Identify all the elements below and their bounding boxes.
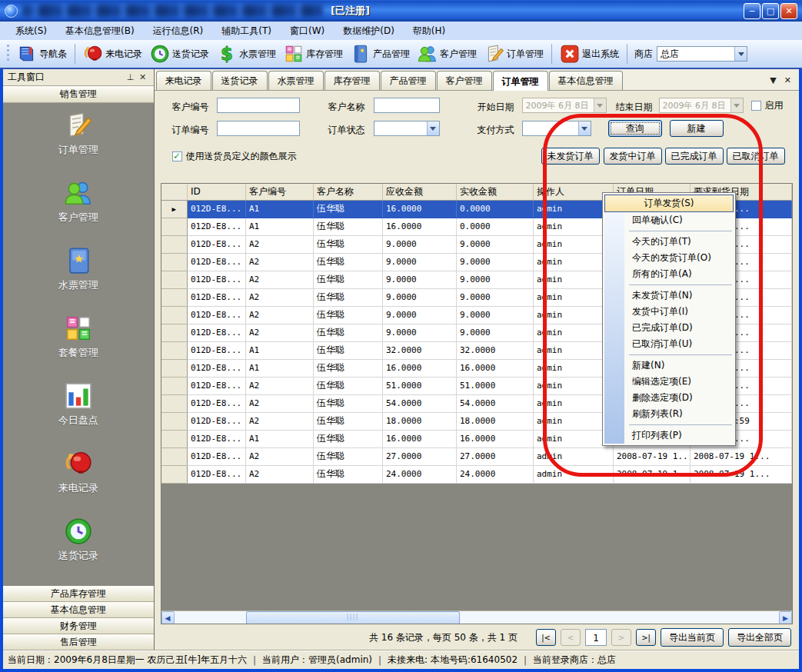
shop-select[interactable]: 总店 <box>657 46 747 62</box>
menu-item[interactable]: 系统(S) <box>6 22 56 40</box>
sidebar-section-产品库存管理[interactable]: 产品库存管理 <box>3 586 154 602</box>
column-header[interactable]: 应收金额 <box>383 184 457 200</box>
close-button[interactable]: ✕ <box>780 3 797 19</box>
next-page-button[interactable]: > <box>611 629 631 646</box>
toolbar-grip[interactable] <box>7 45 9 63</box>
row-selector[interactable] <box>161 430 188 447</box>
context-menu-item[interactable]: 编辑选定项(E) <box>604 374 734 390</box>
row-selector[interactable] <box>161 412 188 430</box>
query-button[interactable]: 查询 <box>608 120 662 137</box>
export-all-pages-button[interactable]: 导出全部页 <box>728 628 791 647</box>
toolbar-button-grid[interactable]: 库存管理 <box>280 42 347 66</box>
row-selector[interactable] <box>161 235 188 253</box>
tab-close-icon[interactable]: ✕ <box>784 75 791 85</box>
context-menu-item[interactable]: 刷新列表(R) <box>604 406 734 422</box>
tab-来电记录[interactable]: 来电记录 <box>156 71 211 90</box>
status-filter-button-2[interactable]: 已完成订单 <box>665 148 724 165</box>
menu-item[interactable]: 基本信息管理(B) <box>56 22 144 40</box>
page-number-input[interactable]: 1 <box>585 629 607 646</box>
column-header[interactable]: 客户名称 <box>314 184 383 200</box>
enable-checkbox-box[interactable] <box>751 101 761 111</box>
sidebar-item-scroll[interactable]: 订单管理 <box>3 111 154 178</box>
first-page-button[interactable]: |< <box>536 629 556 646</box>
customer-no-input[interactable] <box>217 98 300 113</box>
color-display-checkbox-box[interactable]: ✓ <box>172 151 182 161</box>
tab-客户管理[interactable]: 客户管理 <box>437 71 492 90</box>
sidebar-item-bell[interactable]: 来电记录 <box>3 449 154 517</box>
payment-arrow-icon[interactable] <box>578 121 591 135</box>
context-menu-item[interactable]: 打印列表(P) <box>604 427 734 444</box>
customer-name-input[interactable] <box>374 98 440 113</box>
maximize-button[interactable]: □ <box>762 3 779 19</box>
menu-item[interactable]: 帮助(H) <box>404 22 454 40</box>
row-selector[interactable] <box>161 324 188 341</box>
shop-arrow-icon[interactable] <box>734 47 747 61</box>
menu-item[interactable]: 数据维护(D) <box>334 22 404 40</box>
toolbar-button-dollar[interactable]: $水票管理 <box>213 42 280 66</box>
toolbar-button-scroll[interactable]: 订单管理 <box>481 42 547 66</box>
context-menu-item[interactable]: 回单确认(C) <box>604 212 734 228</box>
tab-订单管理[interactable]: 订单管理 <box>493 71 548 91</box>
status-filter-button-3[interactable]: 已取消订单 <box>727 148 785 165</box>
row-selector[interactable] <box>161 306 188 324</box>
status-filter-button-0[interactable]: 未发货订单 <box>541 148 600 165</box>
sidebar-item-grid[interactable]: 套餐管理 <box>3 314 154 381</box>
column-header[interactable]: 实收金额 <box>457 184 534 200</box>
tab-产品管理[interactable]: 产品管理 <box>381 71 436 90</box>
prev-page-button[interactable]: < <box>561 629 581 646</box>
context-menu-item[interactable]: 今天的订单(T) <box>604 234 734 250</box>
scrollbar-thumb[interactable] <box>246 611 460 624</box>
sidebar-item-people[interactable]: 客户管理 <box>3 178 154 246</box>
sidebar-section-sales[interactable]: 销售管理 <box>3 86 154 103</box>
row-selector[interactable] <box>161 218 188 235</box>
start-date-picker[interactable]: 2009年 6月 8日 <box>522 98 607 113</box>
row-selector[interactable] <box>161 447 188 465</box>
color-display-checkbox[interactable]: ✓ 使用送货员定义的颜色展示 <box>172 150 297 163</box>
sidebar-section-售后管理[interactable]: 售后管理 <box>3 634 154 650</box>
row-selector[interactable] <box>161 377 188 394</box>
context-menu-item[interactable]: 新建(N) <box>604 358 734 374</box>
order-no-input[interactable] <box>217 121 300 136</box>
export-current-page-button[interactable]: 导出当前页 <box>661 628 724 647</box>
new-button[interactable]: 新建 <box>670 120 724 137</box>
row-selector[interactable] <box>161 465 188 483</box>
order-status-arrow-icon[interactable] <box>427 121 439 135</box>
sidebar-section-财务管理[interactable]: 财务管理 <box>3 618 154 634</box>
scroll-left-icon[interactable]: ◀ <box>161 611 175 624</box>
context-menu-item[interactable]: 未发货订单(N) <box>604 288 734 304</box>
context-menu-item[interactable]: 删除选定项(D) <box>604 390 734 406</box>
context-menu-item[interactable]: 今天的发货订单(O) <box>604 250 734 266</box>
row-selector[interactable] <box>161 271 188 288</box>
horizontal-scrollbar[interactable]: ◀ ▶ <box>161 610 793 624</box>
toolbar-button-clock[interactable]: 送货记录 <box>146 42 213 66</box>
tab-库存管理[interactable]: 库存管理 <box>324 71 380 90</box>
status-filter-button-1[interactable]: 发货中订单 <box>604 148 662 165</box>
toolbar-button-people[interactable]: 客户管理 <box>414 42 481 66</box>
tab-list-dropdown-icon[interactable]: ▼ <box>770 75 776 85</box>
context-menu-item[interactable]: 订单发货(S) <box>604 195 734 212</box>
column-header[interactable]: 操作人 <box>534 184 614 200</box>
row-selector[interactable] <box>161 288 188 306</box>
pin-icon[interactable]: ⊥ <box>125 72 137 82</box>
row-selector[interactable] <box>161 394 188 412</box>
toolbar-button-navbar[interactable]: 导航条 <box>13 42 71 66</box>
toolbar-button-exit[interactable]: 退出系统 <box>556 42 623 66</box>
enable-checkbox[interactable]: 启用 <box>751 99 784 112</box>
row-selector[interactable] <box>161 341 188 359</box>
order-status-select[interactable] <box>374 121 440 136</box>
column-header[interactable]: ID <box>188 184 246 200</box>
column-header[interactable] <box>161 184 188 200</box>
sidebar-item-clock[interactable]: 送货记录 <box>3 517 154 584</box>
tab-送货记录[interactable]: 送货记录 <box>212 71 268 90</box>
menu-item[interactable]: 窗口(W) <box>281 22 334 40</box>
column-header[interactable]: 客户编号 <box>246 184 314 200</box>
tab-水票管理[interactable]: 水票管理 <box>268 71 324 90</box>
menu-item[interactable]: 运行信息(R) <box>144 22 213 40</box>
context-menu-item[interactable]: 已取消订单(U) <box>604 336 734 352</box>
sidebar-close-icon[interactable]: ✕ <box>137 72 149 82</box>
context-menu-item[interactable]: 发货中订单(I) <box>604 304 734 320</box>
table-row[interactable]: 012D-E8...A2伍华聪24.0000 24.0000admin2008-… <box>161 465 792 483</box>
context-menu-item[interactable]: 已完成订单(D) <box>604 320 734 336</box>
toolbar-button-bell[interactable]: 来电记录 <box>79 42 146 66</box>
last-page-button[interactable]: >| <box>636 629 656 646</box>
